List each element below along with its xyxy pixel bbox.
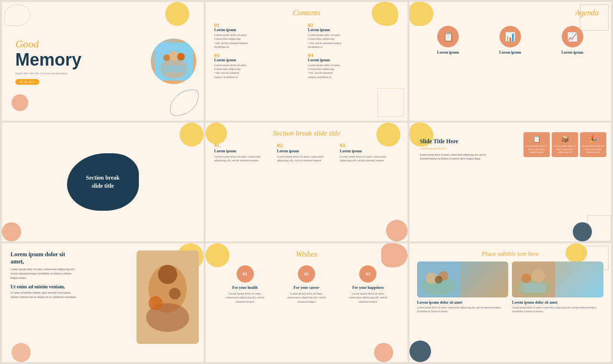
caption-col-1: Lorem ipsum dolor sit amet Lorem ipsum d… xyxy=(417,300,509,313)
s4-deco-bl xyxy=(2,222,21,241)
agenda-items: 📋 Lorem ipsum 📊 Lorem ipsum 📈 Lorem ipsu… xyxy=(417,26,603,55)
title-good: Good xyxy=(15,38,194,50)
s6-slide-desc: Lorem ipsum dolor sit amet, consectetur … xyxy=(420,153,489,160)
wish-label-3: For your happiness xyxy=(348,285,388,290)
step-1: 01. Lorem ipsum Lorem ipsum dolor sit am… xyxy=(214,142,273,163)
step-3: 03. Lorem ipsum Lorem ipsum dolor sit am… xyxy=(340,142,399,163)
agenda-item-2: 📊 Lorem ipsum xyxy=(499,26,521,55)
content-title-3: Lorem ipsum xyxy=(214,58,305,62)
caption-text-2: Lorem ipsum dolor sit amet, consectetur … xyxy=(512,306,603,313)
wish-label-1: For your health xyxy=(225,285,265,290)
step-text-1: Lorem ipsum dolor sit amet, consectetur … xyxy=(214,155,273,163)
s2-deco-leaf-br xyxy=(377,88,404,117)
wish-text-2: Lorem ipsum dolor sit amet, consectetur … xyxy=(286,292,327,304)
s4-deco-tr xyxy=(180,123,204,147)
caption-text-1: Lorem ipsum dolor sit amet, consectetur … xyxy=(417,306,509,313)
slide-8: Wishes 01 For your health Lorem ipsum do… xyxy=(205,243,407,362)
agenda-label-3: Lorem ipsum xyxy=(561,50,583,55)
slide-1: Good Memory Insert the sub title of your… xyxy=(2,2,204,121)
agenda-icon-2: 📊 xyxy=(499,26,521,47)
caption-title-2: Lorem ipsum dolor sit amet xyxy=(512,300,603,305)
step-title-3: Lorem ipsum xyxy=(340,149,399,153)
step-title-1: Lorem ipsum xyxy=(214,149,273,153)
agenda-icon-3: 📈 xyxy=(562,26,583,47)
step-num-2: 02. xyxy=(277,142,336,148)
contents-grid: 01 Lorem ipsum Lorem ipsum dolor sit ame… xyxy=(214,22,398,79)
svg-point-20 xyxy=(522,273,531,283)
step-num-3: 03. xyxy=(340,142,399,148)
deco-blob-bl xyxy=(11,94,28,111)
wish-num-2: 02 xyxy=(298,265,315,283)
photos-row xyxy=(417,262,603,297)
content-num-3: 03 xyxy=(214,52,305,58)
slide-9: Place subtitle text here xyxy=(409,243,611,362)
slide-7: Lorem ipsum dolor sit amet, Lorem ipsum … xyxy=(2,243,204,362)
content-text-3: Lorem ipsum dolor sit amet,Consectetur a… xyxy=(214,63,305,80)
wishes-title: Wishes xyxy=(214,250,398,259)
wish-item-3: 03 For your happiness Lorem ipsum dolor … xyxy=(348,265,388,304)
agenda-label-1: Lorem ipsum xyxy=(437,50,459,55)
contents-title: Contents xyxy=(214,9,398,17)
wish-label-2: For your career xyxy=(286,285,327,290)
s5-deco-bl xyxy=(386,220,408,241)
content-text-1: Lorem ipsum dolor sit amet,Consectetur a… xyxy=(214,33,305,49)
steps-grid: 01. Lorem ipsum Lorem ipsum dolor sit am… xyxy=(214,142,398,163)
step-text-3: Lorem ipsum dolor sit amet, consectetur … xyxy=(340,155,399,163)
s7-sub-title: Ut enim ad minim veniam, xyxy=(11,284,195,289)
wish-text-3: Lorem ipsum dolor sit amet, consectetur … xyxy=(348,292,388,304)
s7-sub-text: Ut enim ad minim veniam, quis nostrud ex… xyxy=(11,291,78,299)
content-title-1: Lorem ipsum xyxy=(214,28,305,32)
s7-main-title: Lorem ipsum dolor sit amet, xyxy=(11,251,78,265)
content-item-2: 02 Lorem ipsum Lorem ipsum dolor sit ame… xyxy=(308,22,399,49)
content-item-1: 01 Lorem ipsum Lorem ipsum dolor sit ame… xyxy=(214,22,305,49)
caption-title-1: Lorem ipsum dolor sit amet xyxy=(417,300,509,305)
wish-num-3: 03 xyxy=(359,265,376,283)
content-num-2: 02 xyxy=(308,22,399,28)
photo-thumb-2 xyxy=(512,262,603,297)
step-num-1: 01. xyxy=(214,142,273,148)
deco-leaf-tl xyxy=(4,4,31,26)
slide-4: Section breakslide title xyxy=(2,123,204,241)
content-item-4: 04 Lorem ipsum Lorem ipsum dolor sit ame… xyxy=(308,52,399,80)
agenda-title: Agenda xyxy=(417,9,603,17)
svg-point-16 xyxy=(435,276,443,284)
agenda-item-3: 📈 Lorem ipsum xyxy=(561,26,583,55)
content-num-1: 01 xyxy=(214,22,305,28)
wish-num-1: 01 xyxy=(237,265,254,283)
content-text-4: Lorem ipsum dolor sit amet,Consectetur a… xyxy=(308,63,399,80)
s6-slide-title: Slide Title Here xyxy=(420,138,604,145)
s6-deco-teal-blob xyxy=(573,222,592,241)
section-blob: Section breakslide title xyxy=(67,153,139,211)
step-title-2: Lorem ipsum xyxy=(277,149,336,153)
content-text-2: Lorem ipsum dolor sit amet,Consectetur a… xyxy=(308,33,399,49)
s6-slide-subtitle: Lorem ipsum dolor xyxy=(420,147,604,150)
s7-deco-bl xyxy=(11,343,31,362)
deco-leaf-br xyxy=(170,90,199,116)
place-title: Place subtitle text here xyxy=(417,250,603,258)
deco-blob-tr xyxy=(165,2,189,26)
content-item-3: 03 Lorem ipsum Lorem ipsum dolor sit ame… xyxy=(214,52,305,80)
slide1-date: 00. 00. 2019 xyxy=(15,79,39,85)
agenda-icon-1: 📋 xyxy=(437,26,459,47)
s8-deco-br xyxy=(374,343,393,362)
agenda-label-2: Lorem ipsum xyxy=(499,50,521,55)
slide-6: Slide Title Here Lorem ipsum dolor Lorem… xyxy=(409,123,611,241)
svg-rect-21 xyxy=(522,283,545,293)
title-memory: Memory xyxy=(15,51,194,68)
section-break-text: Section breakslide title xyxy=(86,174,120,190)
agenda-item-1: 📋 Lorem ipsum xyxy=(437,26,459,55)
wish-item-2: 02 For your career Lorem ipsum dolor sit… xyxy=(286,265,327,304)
slide-2: Contents 01 Lorem ipsum Lorem ipsum dolo… xyxy=(205,2,407,121)
s9-deco-bl xyxy=(409,341,431,362)
wish-text-1: Lorem ipsum dolor sit amet, consectetur … xyxy=(225,292,265,304)
photo-thumb-1 xyxy=(417,262,509,297)
content-num-4: 04 xyxy=(308,52,399,58)
slide1-subtitle: Insert the sub title of your presentatio… xyxy=(15,71,194,76)
step-text-2: Lorem ipsum dolor sit amet, consectetur … xyxy=(277,155,336,163)
slide-5: Section break slide title 01. Lorem ipsu… xyxy=(205,123,407,241)
s7-main-text: Lorem ipsum dolor sit amet, consectetur … xyxy=(11,267,78,280)
slide-3: Agenda 📋 Lorem ipsum 📊 Lorem ipsum 📈 Lor… xyxy=(409,2,611,121)
captions-row: Lorem ipsum dolor sit amet Lorem ipsum d… xyxy=(417,300,603,313)
wish-item-1: 01 For your health Lorem ipsum dolor sit… xyxy=(225,265,265,304)
caption-col-2: Lorem ipsum dolor sit amet Lorem ipsum d… xyxy=(512,300,603,313)
